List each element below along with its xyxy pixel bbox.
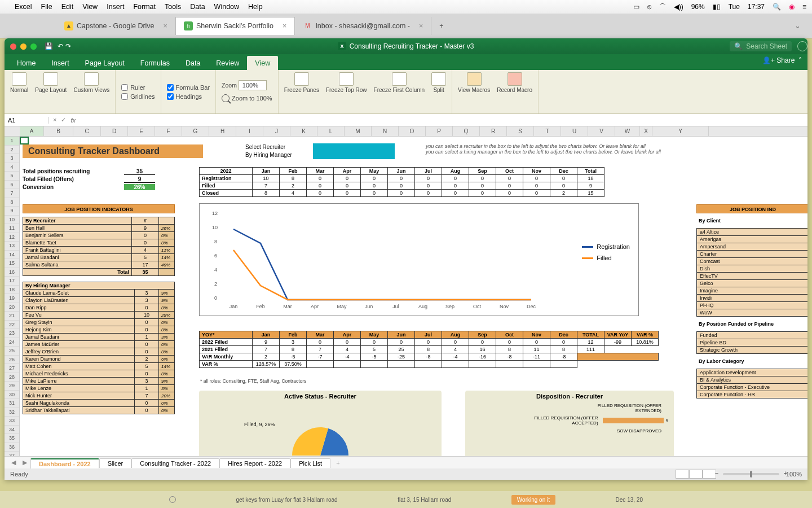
bluetooth-icon[interactable]: ⎋ bbox=[647, 3, 651, 11]
tab-formulas[interactable]: Formulas bbox=[133, 56, 178, 70]
volume-icon[interactable]: ◀)) bbox=[674, 3, 683, 11]
browser-tab[interactable]: M Inbox - shesacki@gmail.com - × bbox=[295, 17, 431, 35]
menu-file[interactable]: File bbox=[41, 3, 52, 11]
line-chart[interactable]: 12108 6420 JanFebMarApr MayJunJulAug Sep… bbox=[199, 203, 639, 316]
sheet-tab[interactable]: Dashboard - 2022 bbox=[30, 458, 99, 468]
gridlines-checkbox[interactable]: Gridlines bbox=[121, 93, 155, 100]
add-sheet-button[interactable]: + bbox=[330, 459, 345, 466]
spotlight-icon[interactable]: 🔍 bbox=[773, 3, 781, 11]
freeze-panes-button[interactable]: Freeze Panes bbox=[284, 72, 319, 93]
selected-cell[interactable] bbox=[20, 137, 29, 144]
row-headers[interactable]: 1234567891011121314151617181920212223242… bbox=[5, 137, 20, 456]
freeze-first-col-button[interactable]: Freeze First Column bbox=[374, 72, 425, 93]
browser-tab[interactable]: fi Sherwin Sacki's Portfolio × bbox=[176, 17, 295, 35]
monthly-2022-table: 2022JanFebMarAprMayJunJulAugSepOctNovDec… bbox=[199, 167, 604, 197]
browser-tab[interactable]: ▲ Capstone - Google Drive × bbox=[56, 17, 176, 35]
accept-formula-icon[interactable]: ✓ bbox=[61, 116, 66, 124]
close-tab-icon[interactable]: × bbox=[419, 22, 423, 30]
hiring-mgr-label: By Hiring Manager bbox=[245, 152, 313, 158]
svg-text:Dec: Dec bbox=[527, 304, 536, 309]
task-text: get keys from Luay for flat 3 Hallam roa… bbox=[236, 497, 338, 503]
record-macro-button[interactable]: Record Macro bbox=[497, 72, 532, 93]
gdrive-icon: ▲ bbox=[64, 21, 73, 30]
svg-text:2: 2 bbox=[214, 281, 217, 287]
by-labor-label: By Labor Category bbox=[696, 357, 807, 365]
menu-insert[interactable]: Insert bbox=[107, 3, 124, 11]
screen-mirror-icon[interactable]: ▭ bbox=[633, 3, 639, 11]
zoom-select[interactable]: 100% bbox=[239, 80, 267, 90]
zoom-slider[interactable] bbox=[723, 473, 779, 475]
bar-chart-disposition[interactable]: Disposition - Recruiter FILLED REQUISITI… bbox=[465, 391, 674, 456]
tabs-dropdown[interactable]: ⌄ bbox=[795, 21, 812, 30]
circle-icon[interactable] bbox=[169, 496, 176, 503]
battery-icon[interactable]: ▮▯ bbox=[713, 3, 721, 11]
redo-icon[interactable]: ↷ bbox=[65, 42, 71, 50]
zoom-to-100-button[interactable]: Zoom to 100% bbox=[222, 94, 272, 102]
close-tab-icon[interactable]: × bbox=[283, 22, 286, 30]
sheet-nav-next[interactable]: ▶ bbox=[19, 459, 30, 466]
tab-data[interactable]: Data bbox=[178, 56, 208, 70]
menu-view[interactable]: View bbox=[82, 3, 98, 11]
save-icon[interactable]: 💾 bbox=[45, 42, 53, 50]
status-badge[interactable]: Working on it bbox=[511, 495, 555, 505]
formula-bar-checkbox[interactable]: Formula Bar bbox=[167, 84, 210, 91]
battery-pct: 96% bbox=[691, 3, 705, 11]
wifi-icon[interactable]: ⌒ bbox=[659, 2, 666, 12]
app-name[interactable]: Excel bbox=[15, 3, 32, 11]
excel-window: 💾 ↶ ↷ X Consulting Recruiting Tracker - … bbox=[5, 38, 807, 480]
menu-data[interactable]: Data bbox=[190, 3, 205, 11]
tab-home[interactable]: Home bbox=[9, 56, 43, 70]
sheet-content[interactable]: Consulting Tracker Dashboard Select Recr… bbox=[20, 137, 807, 456]
by-position-label: By Position Funded or Pipeline bbox=[696, 320, 807, 328]
pie-chart[interactable]: Active Status - Recruiter Filled, 9, 26% bbox=[199, 391, 442, 456]
close-window-button[interactable] bbox=[10, 43, 16, 50]
hiring-mgr-selector[interactable] bbox=[313, 151, 395, 159]
search-sheet-input[interactable]: 🔍 Search Sheet bbox=[730, 41, 792, 51]
by-recruiter-table: By Recruiter#Ben Hall926%Benjamin Seller… bbox=[23, 217, 175, 276]
name-box[interactable]: A1 bbox=[5, 117, 48, 124]
tab-insert[interactable]: Insert bbox=[43, 56, 77, 70]
maximize-window-button[interactable] bbox=[30, 43, 37, 50]
tab-review[interactable]: Review bbox=[208, 56, 247, 70]
sheet-tab[interactable]: Hires Report - 2022 bbox=[219, 458, 290, 468]
menu-help[interactable]: Help bbox=[248, 3, 263, 11]
split-button[interactable]: Split bbox=[431, 72, 446, 93]
minimize-window-button[interactable] bbox=[20, 43, 27, 50]
sheet-tab[interactable]: Consulting Tracker - 2022 bbox=[131, 458, 219, 468]
ruler-checkbox[interactable]: Ruler bbox=[121, 84, 155, 91]
statusbar: Ready 100% bbox=[5, 468, 807, 480]
menu-window[interactable]: Window bbox=[214, 3, 239, 11]
svg-text:4: 4 bbox=[214, 267, 217, 273]
undo-icon[interactable]: ↶ bbox=[58, 42, 63, 50]
freeze-top-row-button[interactable]: Freeze Top Row bbox=[326, 72, 367, 93]
tab-page-layout[interactable]: Page Layout bbox=[77, 56, 133, 70]
share-button[interactable]: 👤+ Share ˄ bbox=[762, 56, 802, 64]
control-center-icon[interactable]: ≡ bbox=[802, 3, 806, 11]
tab-view[interactable]: View bbox=[247, 56, 278, 70]
sheet-nav-prev[interactable]: ◀ bbox=[8, 459, 19, 466]
siri-icon[interactable]: ◉ bbox=[789, 3, 795, 11]
cancel-formula-icon[interactable]: × bbox=[53, 116, 56, 124]
new-tab-button[interactable]: + bbox=[431, 22, 451, 30]
menu-tools[interactable]: Tools bbox=[165, 3, 181, 11]
view-mode-buttons[interactable] bbox=[676, 470, 716, 479]
menu-format[interactable]: Format bbox=[133, 3, 156, 11]
feedback-icon[interactable] bbox=[797, 41, 807, 51]
normal-view-button[interactable]: Normal bbox=[10, 72, 28, 93]
page-layout-view-button[interactable]: Page Layout bbox=[35, 72, 67, 93]
headings-checkbox[interactable]: Headings bbox=[167, 93, 210, 100]
svg-text:Mar: Mar bbox=[283, 304, 292, 309]
column-headers[interactable]: ABCDEFGHIJKLMNOPQRSTUVWXY bbox=[5, 126, 807, 137]
jpi-right-panel: JOB POSITION IND By Client a4 AlticeAmer… bbox=[696, 204, 807, 398]
sheet-tab[interactable]: Slicer bbox=[99, 458, 132, 468]
close-tab-icon[interactable]: × bbox=[164, 22, 167, 30]
svg-text:Jun: Jun bbox=[365, 304, 373, 309]
custom-views-button[interactable]: Custom Views bbox=[73, 72, 109, 93]
svg-text:Nov: Nov bbox=[500, 304, 509, 309]
view-macros-button[interactable]: View Macros bbox=[458, 72, 490, 93]
yoy-note: * all roles: Consulting, FTE, Staff Aug,… bbox=[200, 378, 306, 384]
svg-text:0: 0 bbox=[214, 295, 217, 301]
recruiter-selector[interactable] bbox=[313, 143, 395, 151]
menu-edit[interactable]: Edit bbox=[61, 3, 74, 11]
sheet-tab[interactable]: Pick List bbox=[290, 458, 330, 468]
